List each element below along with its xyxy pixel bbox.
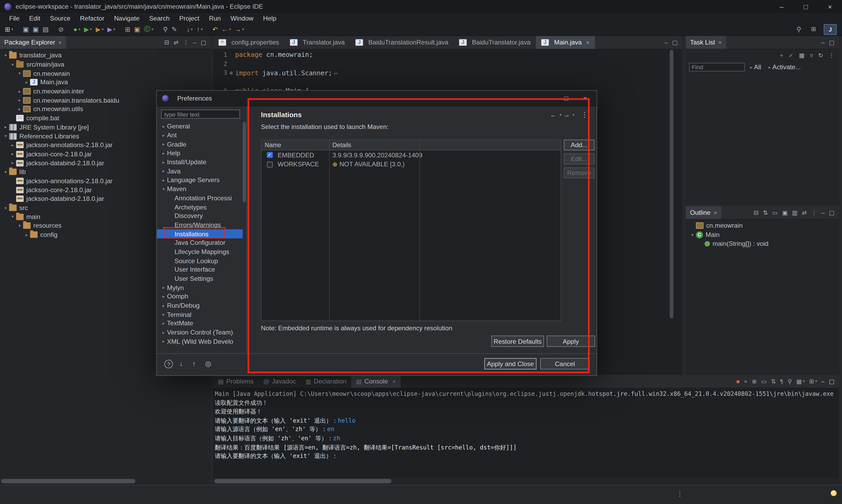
hide-non-public-members-icon[interactable]: ▥ [790,209,800,216]
preferences-tree-item[interactable]: ▸ Version Control (Team) [157,328,243,337]
preferences-tree-item[interactable]: User Interface [157,265,243,274]
editor-tab[interactable]: Main.java × [536,36,595,49]
lightbulb-icon[interactable] [831,490,837,496]
window-close-button[interactable]: × [818,0,842,13]
export-preferences-icon[interactable]: ↑ [192,360,196,368]
expand-arrow-icon[interactable]: ▾ [689,232,696,237]
minimize-view-icon[interactable]: – [819,210,827,216]
preferences-tree-item[interactable]: Java Configurator [157,238,243,247]
last-edit-location-icon[interactable]: ↶ ▾ [211,24,219,35]
preferences-tree-item[interactable]: Errors/Warnings [157,220,243,230]
forward-icon[interactable]: → [563,110,570,119]
preferences-tree-item[interactable]: Archetypes [157,203,243,212]
expand-arrow-icon[interactable]: ▸ [16,89,23,94]
perspective-overflow-icon[interactable]: ⋮ [677,490,683,498]
apply-button[interactable]: Apply [547,336,595,347]
editor-tab[interactable]: Translator.java × [285,36,350,49]
menu-item[interactable]: File [4,14,24,22]
mark-complete-icon[interactable]: ✓ [786,52,796,59]
editor-vertical-scrollbar[interactable] [669,49,673,375]
pin-console-icon[interactable]: ⚲ ▾ [785,378,794,385]
save-icon[interactable]: ▣ ▾ [21,24,31,35]
terminate-icon[interactable]: ■ ▾ [734,378,742,384]
editor-tab[interactable]: config.properties × [213,36,285,49]
expand-arrow-icon[interactable]: ▸ [9,161,16,165]
view-menu-icon[interactable]: ⋮ [809,209,819,216]
menu-item[interactable]: Refactor [75,14,109,22]
word-wrap-icon[interactable]: ¶ ▾ [778,378,785,384]
expand-arrow-icon[interactable]: ▸ [160,124,167,129]
run-external-tools-icon[interactable]: ▶ ▾ [94,24,105,35]
expand-arrow-icon[interactable]: ▾ [9,62,16,67]
clear-console-icon[interactable]: ▭ ▾ [759,378,769,385]
editor-tab[interactable]: BaiduTranslator.java × [454,36,536,49]
coverage-icon[interactable]: ▶ ▾ [106,24,117,35]
cancel-button[interactable]: Cancel [540,358,590,370]
WORKSPACE[interactable]: WORKSPACE ⊕ NOT AVAILABLE [3.0,) [262,160,561,169]
dialog-close-button[interactable]: × [583,94,587,102]
preferences-tree-item[interactable]: Discovery [157,212,243,220]
tree-item[interactable]: ▸ Main.java [0,78,211,87]
expand-arrow-icon[interactable]: ▸ [160,169,167,174]
package-explorer-tab[interactable]: Package Explorer × [0,36,66,49]
horizontal-scrollbar[interactable] [0,478,211,485]
vertical-scrollbar[interactable] [243,122,246,352]
expand-arrow-icon[interactable]: ▸ [160,178,167,182]
link-with-editor-icon[interactable]: ⇄ [800,209,809,216]
previous-annotation-icon[interactable]: ↑ ▾ [195,24,204,35]
expand-arrow-icon[interactable]: ▾ [2,169,9,174]
collapse-all-icon[interactable]: ⊟ [162,39,171,46]
EMBEDDED[interactable]: EMBEDDED ⊕ 3.9.9/3.9.9.900.20240824-1409 [262,150,561,160]
close-view-icon[interactable]: × [718,39,722,46]
new-java-project-icon[interactable]: ⊞ ▾ [123,24,132,35]
apply-and-close-button[interactable]: Apply and Close [484,358,536,370]
menu-item[interactable]: Project [175,14,204,22]
java-perspective-icon[interactable]: J [824,24,837,35]
mark-occurrences-icon[interactable]: ✎ ▾ [170,24,179,35]
expand-arrow-icon[interactable]: ▾ [9,214,16,219]
expand-arrow-icon[interactable]: ▸ [9,151,16,156]
maximize-view-icon[interactable]: ▢ ▾ [827,378,837,385]
categorized-icon[interactable]: ▦ [797,52,807,59]
expand-arrow-icon[interactable]: ▸ [16,107,23,112]
expand-arrow-icon[interactable]: ▸ [23,80,30,85]
bottom-tab[interactable]: ▥ Declaration × [301,375,351,388]
preferences-tree-item[interactable]: Lifecycle Mappings [157,247,243,256]
maximize-view-icon[interactable]: ▢ [827,39,837,46]
horizontal-scrollbar[interactable] [213,478,839,485]
maximize-view-icon[interactable]: ▢ [827,209,837,216]
oomph-preference-recorder-icon[interactable]: ◎ [205,360,211,368]
sort-icon[interactable]: ⇅ [761,209,770,216]
add-button[interactable]: Add... [564,140,594,150]
checkbox[interactable] [267,152,272,158]
restore-defaults-button[interactable]: Restore Defaults [491,336,544,347]
view-menu-icon[interactable]: ⋮ [581,110,588,119]
window-maximize-button[interactable]: □ [793,0,818,13]
quick-access-search-icon[interactable]: ⚲ [795,24,803,35]
scrollbar-thumb[interactable] [1,479,135,483]
preferences-tree-item[interactable]: Installations [157,230,243,238]
preferences-tree-item[interactable]: ▸ Language Servers [157,176,243,184]
menu-item[interactable]: Source [45,14,75,22]
expand-arrow-icon[interactable]: ▸ [160,294,167,299]
back-history-caret-icon[interactable]: ▾ [560,112,561,116]
preferences-tree-item[interactable]: ▸ Oomph [157,292,243,301]
checkbox[interactable] [267,162,272,167]
new-package-icon[interactable]: ▣ ▾ [132,24,142,35]
expand-arrow-icon[interactable]: ▸ [160,133,167,138]
preferences-filter-input[interactable] [161,109,240,119]
expand-arrow-icon[interactable]: ▸ [160,303,167,308]
remove-launch-icon[interactable]: × ▾ [742,378,750,384]
maximize-view-icon[interactable]: ▢ [670,39,680,46]
expand-arrow-icon[interactable]: ▸ [160,330,167,335]
synchronize-icon[interactable]: ↻ [816,52,825,59]
outline-tab[interactable]: Outline × [686,206,721,219]
scrollbar-thumb[interactable] [214,479,391,483]
expand-arrow-icon[interactable]: ▸ [16,98,23,103]
preferences-tree-item[interactable]: ▸ Install/Update [157,158,243,167]
view-menu-icon[interactable]: ⋮ [181,39,191,46]
expand-arrow-icon[interactable]: ▾ [2,134,9,139]
edit-button[interactable]: Edit... [564,154,594,164]
preferences-tree-item[interactable]: ▸ Ant [157,131,243,140]
expand-arrow-icon[interactable]: ▸ [2,125,9,129]
